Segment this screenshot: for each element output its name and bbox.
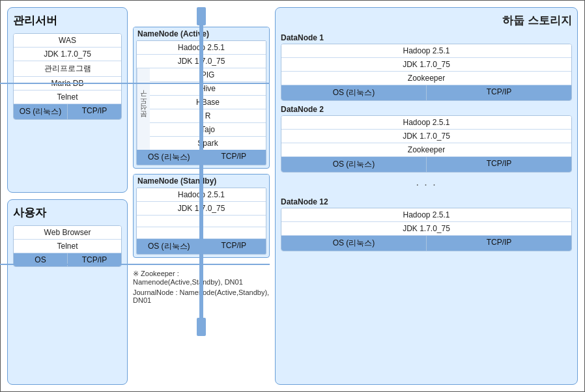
mgmt-server-inner: WAS JDK 1.7.0_75 관리프로그램 Maria DB Telnet … xyxy=(13,33,122,120)
datanode1-container: DataNode 1 Hadoop 2.5.1 JDK 1.7.0_75 Zoo… xyxy=(281,33,572,101)
dn1-os-row: OS (리눅스) TCP/IP xyxy=(281,85,571,100)
dn12-os-row: OS (리눅스) TCP/IP xyxy=(281,236,571,251)
main-container: 관리서버 WAS JDK 1.7.0_75 관리프로그램 Maria DB Te… xyxy=(0,0,585,392)
dn1-tcp: TCP/IP xyxy=(427,85,571,100)
hadoop-title: 하둡 스토리지 xyxy=(281,13,572,28)
mgmt-os-cell: OS (리눅스) xyxy=(14,104,68,119)
mgmt-os-row: OS (리눅스) TCP/IP xyxy=(14,104,121,119)
tool-tajo: Tajo xyxy=(150,123,266,137)
tool-pig: PIG xyxy=(150,68,266,82)
left-column: 관리서버 WAS JDK 1.7.0_75 관리프로그램 Maria DB Te… xyxy=(7,7,128,385)
nn-standby-os: OS (리눅스) xyxy=(137,239,202,254)
dn1-jdk: JDK 1.7.0_75 xyxy=(281,58,571,72)
dn1-hadoop: Hadoop 2.5.1 xyxy=(281,44,571,58)
dn1-zk: Zookeeper xyxy=(281,72,571,85)
dn2-os: OS (리눅스) xyxy=(281,157,427,172)
datanode1-inner: Hadoop 2.5.1 JDK 1.7.0_75 Zookeeper OS (… xyxy=(281,44,572,101)
dn2-jdk: JDK 1.7.0_75 xyxy=(281,130,571,143)
datanode2-title: DataNode 2 xyxy=(281,105,572,114)
datanode2-container: DataNode 2 Hadoop 2.5.1 JDK 1.7.0_75 Zoo… xyxy=(281,105,572,173)
nn-active-tcp: TCP/IP xyxy=(202,150,266,165)
dn1-os: OS (리눅스) xyxy=(281,85,427,100)
hline-standby xyxy=(201,264,270,265)
datanode12-inner: Hadoop 2.5.1 JDK 1.7.0_75 OS (리눅스) TCP/I… xyxy=(281,208,572,251)
user-box: 사용자 Web Browser Telnet OS TCP/IP xyxy=(7,199,128,385)
mgmt-server-box: 관리서버 WAS JDK 1.7.0_75 관리프로그램 Maria DB Te… xyxy=(7,7,128,193)
connector-top-box xyxy=(197,7,206,25)
ellipsis-dots: · · · xyxy=(281,176,572,193)
datanode2-inner: Hadoop 2.5.1 JDK 1.7.0_75 Zookeeper OS (… xyxy=(281,115,572,173)
tool-hbase: HBase xyxy=(150,96,266,109)
tool-hive: Hive xyxy=(150,82,266,96)
dn12-os: OS (리눅스) xyxy=(281,236,427,251)
dn2-os-row: OS (리눅스) TCP/IP xyxy=(281,157,571,172)
connector-bottom-box xyxy=(197,318,206,336)
middle-column: NameNode (Active) Hadoop 2.5.1 JDK 1.7.0… xyxy=(133,7,270,385)
dn12-hadoop: Hadoop 2.5.1 xyxy=(281,208,571,222)
mgmt-row-prog: 관리프로그램 xyxy=(14,61,121,77)
analysis-tools: PIG Hive HBase R Tajo Spark xyxy=(150,68,266,150)
right-column: 하둡 스토리지 DataNode 1 Hadoop 2.5.1 JDK 1.7.… xyxy=(275,7,578,385)
datanode12-title: DataNode 12 xyxy=(281,197,572,206)
hadoop-section: 하둡 스토리지 DataNode 1 Hadoop 2.5.1 JDK 1.7.… xyxy=(275,7,578,385)
dn12-jdk: JDK 1.7.0_75 xyxy=(281,222,571,236)
dn2-zk: Zookeeper xyxy=(281,143,571,157)
mgmt-server-title: 관리서버 xyxy=(13,13,122,28)
dn2-hadoop: Hadoop 2.5.1 xyxy=(281,116,571,130)
mgmt-row-telnet: Telnet xyxy=(14,91,121,104)
mgmt-row-jdk: JDK 1.7.0_75 xyxy=(14,48,121,61)
datanode12-container: DataNode 12 Hadoop 2.5.1 JDK 1.7.0_75 OS… xyxy=(281,197,572,251)
user-row-browser: Web Browser xyxy=(14,226,121,240)
hline-user xyxy=(0,264,201,265)
hline-mgmt xyxy=(0,83,201,84)
analysis-label: 분석도구 xyxy=(137,68,150,150)
mgmt-row-was: WAS xyxy=(14,34,121,48)
dn12-tcp: TCP/IP xyxy=(427,236,571,251)
datanode1-title: DataNode 1 xyxy=(281,33,572,42)
connector-vline xyxy=(199,7,203,336)
dn2-tcp: TCP/IP xyxy=(427,157,571,172)
hline-active xyxy=(201,83,270,84)
nn-standby-tcp: TCP/IP xyxy=(202,239,266,254)
user-title: 사용자 xyxy=(13,205,122,220)
user-row-telnet: Telnet xyxy=(14,240,121,253)
tool-r: R xyxy=(150,109,266,123)
datanode-grid: DataNode 1 Hadoop 2.5.1 JDK 1.7.0_75 Zoo… xyxy=(281,33,572,251)
tool-spark: Spark xyxy=(150,137,266,150)
nn-active-os: OS (리눅스) xyxy=(137,150,202,165)
mgmt-tcp-cell: TCP/IP xyxy=(68,104,121,119)
user-inner: Web Browser Telnet OS TCP/IP xyxy=(13,225,122,267)
